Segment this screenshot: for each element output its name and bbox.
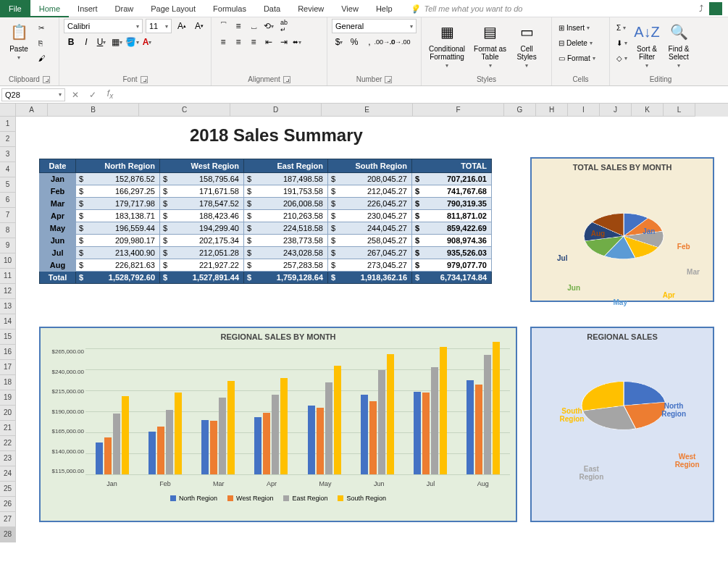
format-painter-button[interactable]: 🖌 xyxy=(36,51,48,65)
row-header[interactable]: 27 xyxy=(0,512,16,527)
row-header[interactable]: 9 xyxy=(0,238,16,253)
row-header[interactable]: 21 xyxy=(0,421,16,436)
tab-view[interactable]: View xyxy=(332,0,367,17)
tab-file[interactable]: File xyxy=(0,0,30,17)
row-header[interactable]: 24 xyxy=(0,466,16,482)
column-header[interactable]: G xyxy=(504,104,536,117)
tab-home[interactable]: Home xyxy=(30,0,69,17)
row-header[interactable]: 22 xyxy=(0,436,16,451)
row-header[interactable]: 16 xyxy=(0,345,16,360)
column-header[interactable]: J xyxy=(600,104,632,117)
percent-button[interactable]: % xyxy=(347,35,361,49)
row-header[interactable]: 23 xyxy=(0,451,16,466)
tab-draw[interactable]: Draw xyxy=(106,0,143,17)
row-header[interactable]: 3 xyxy=(0,147,16,162)
number-format-combo[interactable]: General▾ xyxy=(332,19,417,33)
font-size-combo[interactable]: 11▾ xyxy=(146,19,172,33)
delete-cells-button[interactable]: ⊟Delete▾ xyxy=(556,35,605,50)
font-launcher[interactable] xyxy=(141,76,148,83)
borders-button[interactable]: ▦▾ xyxy=(109,35,124,49)
select-all[interactable] xyxy=(0,104,16,117)
alignment-launcher[interactable] xyxy=(283,76,290,83)
row-header[interactable]: 25 xyxy=(0,482,16,497)
font-color-button[interactable]: A▾ xyxy=(140,35,154,49)
currency-button[interactable]: $▾ xyxy=(332,35,346,49)
merge-button[interactable]: ⬌▾ xyxy=(292,35,302,49)
column-header[interactable]: H xyxy=(536,104,568,117)
tab-insert[interactable]: Insert xyxy=(69,0,106,17)
autosum-button[interactable]: Σ▾ xyxy=(614,20,629,35)
worksheet[interactable]: 2018 Sales Summary DateNorth RegionWest … xyxy=(16,117,728,542)
sort-filter-button[interactable]: A↓ZSort & Filter▾ xyxy=(632,19,661,70)
row-header[interactable]: 5 xyxy=(0,177,16,193)
shrink-font-button[interactable]: A▾ xyxy=(192,19,206,33)
column-header[interactable]: B xyxy=(48,104,139,117)
tab-formulas[interactable]: Formulas xyxy=(204,0,255,17)
font-name-combo[interactable]: Calibri▾ xyxy=(64,19,143,33)
clear-button[interactable]: ◇▾ xyxy=(614,51,629,65)
row-header[interactable]: 11 xyxy=(0,269,16,284)
row-header[interactable]: 4 xyxy=(0,162,16,177)
row-header[interactable]: 14 xyxy=(0,314,16,330)
format-cells-button[interactable]: ▭Format▾ xyxy=(556,51,605,65)
fill-color-button[interactable]: 🪣▾ xyxy=(125,35,139,49)
row-header[interactable]: 10 xyxy=(0,253,16,269)
row-header[interactable]: 13 xyxy=(0,299,16,314)
align-left-button[interactable]: ≡ xyxy=(216,35,230,49)
grow-font-button[interactable]: A▴ xyxy=(175,19,189,33)
column-header[interactable]: K xyxy=(632,104,664,117)
pie-chart-monthly[interactable]: TOTAL SALES BY MONTH JanFebMarAprMayJunJ… xyxy=(530,157,714,302)
row-header[interactable]: 8 xyxy=(0,223,16,238)
align-bottom-button[interactable]: ⎵ xyxy=(246,19,261,33)
fill-button[interactable]: ⬇▾ xyxy=(614,35,629,50)
enter-formula-button[interactable]: ✓ xyxy=(84,88,101,102)
insert-cells-button[interactable]: ⊞Insert▾ xyxy=(556,20,605,35)
find-select-button[interactable]: 🔍Find & Select▾ xyxy=(664,19,693,70)
tell-me[interactable]: 💡Tell me what you want to do xyxy=(401,0,532,17)
column-header[interactable]: D xyxy=(230,104,322,117)
row-header[interactable]: 15 xyxy=(0,330,16,345)
cell-styles-button[interactable]: ▭Cell Styles▾ xyxy=(512,19,541,70)
decrease-indent-button[interactable]: ⇤ xyxy=(262,35,276,49)
align-right-button[interactable]: ≡ xyxy=(246,35,261,49)
cut-button[interactable]: ✂ xyxy=(36,20,48,35)
column-header[interactable]: I xyxy=(568,104,600,117)
row-header[interactable]: 7 xyxy=(0,208,16,223)
clipboard-launcher[interactable] xyxy=(43,76,50,83)
row-header[interactable]: 28 xyxy=(0,527,16,542)
bar-chart-regional[interactable]: REGIONAL SALES BY MONTH $265,000.00$240,… xyxy=(39,327,517,522)
tab-review[interactable]: Review xyxy=(289,0,332,17)
row-header[interactable]: 26 xyxy=(0,497,16,512)
underline-button[interactable]: U▾ xyxy=(94,35,109,49)
format-as-table-button[interactable]: ▤Format as Table▾ xyxy=(471,19,509,70)
name-box[interactable]: Q28▾ xyxy=(1,88,65,101)
row-header[interactable]: 12 xyxy=(0,284,16,299)
share-icon[interactable]: ⤴ xyxy=(699,4,703,14)
cancel-formula-button[interactable]: ✕ xyxy=(67,88,84,102)
row-header[interactable]: 2 xyxy=(0,132,16,147)
row-header[interactable]: 18 xyxy=(0,375,16,390)
align-top-button[interactable]: ⎴ xyxy=(216,19,230,33)
orientation-button[interactable]: ⟲▾ xyxy=(262,19,276,33)
row-header[interactable]: 19 xyxy=(0,390,16,406)
tab-help[interactable]: Help xyxy=(367,0,401,17)
row-header[interactable]: 20 xyxy=(0,406,16,421)
fx-button[interactable]: fx xyxy=(101,88,119,102)
formula-input[interactable] xyxy=(119,93,728,96)
pie-chart-regional[interactable]: REGIONAL SALES North RegionWest RegionEa… xyxy=(530,327,714,522)
column-header[interactable]: A xyxy=(16,104,48,117)
align-middle-button[interactable]: ≡ xyxy=(231,19,246,33)
bold-button[interactable]: B xyxy=(64,35,78,49)
paste-button[interactable]: 📋Paste▾ xyxy=(4,19,33,62)
column-header[interactable]: E xyxy=(322,104,413,117)
italic-button[interactable]: I xyxy=(79,35,93,49)
column-header[interactable]: L xyxy=(664,104,695,117)
row-header[interactable]: 1 xyxy=(0,117,16,132)
column-header[interactable]: F xyxy=(413,104,504,117)
tab-data[interactable]: Data xyxy=(255,0,289,17)
wrap-text-button[interactable]: ab↵ xyxy=(277,19,291,33)
decrease-decimal-button[interactable]: .0→.00 xyxy=(393,35,407,49)
conditional-formatting-button[interactable]: ▦Conditional Formatting▾ xyxy=(426,19,468,70)
tab-page-layout[interactable]: Page Layout xyxy=(142,0,204,17)
row-header[interactable]: 17 xyxy=(0,360,16,375)
